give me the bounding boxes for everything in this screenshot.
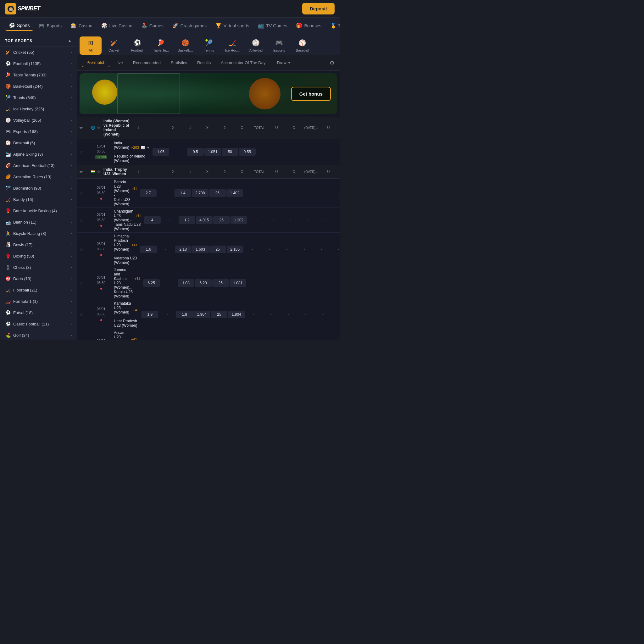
expand-icon[interactable]: ▼ [147,146,150,149]
tab-results[interactable]: Results [193,58,215,67]
sidebar-item-bare-knuckle-boxing--4-[interactable]: 🥊 Bare-knuckle Boxing (4) › [0,205,77,216]
odds-cell[interactable]: 1.4 [175,189,191,197]
sport-icon-all[interactable]: ⊞ All [80,36,102,55]
odds-cell[interactable]: 1.202 [230,216,247,224]
sidebar-item-tennis--349-[interactable]: 🎾 Tennis (349) › [0,92,77,103]
sport-icon-volleyball[interactable]: 🏐 Volleyball [245,36,267,55]
odds-cell[interactable]: 25 [212,279,229,287]
nav-item-tv-games[interactable]: 📺 TV Games [254,21,291,31]
match-more[interactable]: +41 [133,308,139,312]
star-icon[interactable]: ☆ [80,191,91,196]
sidebar-item-darts--19-[interactable]: 🎯 Darts (19) › [0,273,77,284]
sport-icon-esports[interactable]: 🎮 Esports [268,36,290,55]
star-match1-icon[interactable]: ☆ [80,150,91,154]
odds-cell[interactable]: 6.25 [143,279,160,287]
odds-cell[interactable]: 4 [144,216,161,224]
odds-cell[interactable]: 1.081 [230,279,246,287]
nav-item-esports[interactable]: 🎮 Esports [35,21,65,31]
odds-cell[interactable]: 1.804 [228,311,245,318]
odds-cell[interactable]: 1.603 [192,246,209,253]
sidebar-item-basketball--244-[interactable]: 🏀 Basketball (244) › [0,81,77,92]
sidebar-item-cricket--55-[interactable]: 🏏 Cricket (55) › [0,47,77,58]
star2-header-icon[interactable]: ☆ [97,170,103,174]
odds-cell[interactable]: 2.185 [227,246,243,253]
nav-item-sports[interactable]: ⚽ Sports [5,20,33,31]
sidebar-item-baseball--5-[interactable]: ⚾ Baseball (5) › [0,137,77,148]
sidebar-item-bandy--16-[interactable]: 🏒 Bandy (16) › [0,194,77,205]
odds-9-55[interactable]: 9.55 [239,148,256,156]
tab-recommended[interactable]: Recommended [129,58,165,67]
match-more[interactable]: +41 [131,243,137,247]
nav-item-virtual-sports[interactable]: 🏆 Virtual sports [212,21,253,31]
sidebar-item-american-football--13-[interactable]: 🏈 American Football (13) › [0,160,77,171]
nav-item-games[interactable]: 🕹️ Games [137,21,167,31]
sidebar-item-chess--3-[interactable]: ♟️ Chess (3) › [0,262,77,273]
match-more[interactable]: +41 [135,214,141,218]
nav-item-casino[interactable]: 🎰 Casino [67,21,96,31]
odds-9-5[interactable]: 9.5 [187,148,204,156]
nav-item-live-casino[interactable]: 🎲 Live Casino [97,21,136,31]
sport-icon-ice-hockey[interactable]: 🏒 Ice Hoc... [221,36,243,55]
odds-1-051[interactable]: 1.051 [204,148,221,156]
match-more[interactable]: +41 [131,337,137,340]
star-icon[interactable]: ☆ [80,218,91,223]
match-more[interactable]: +41 [134,277,140,280]
nav-item-crash-games[interactable]: 🚀 Crash games [169,21,210,31]
match-more[interactable]: +41 [131,187,137,191]
odds-1-05[interactable]: 1.05 [153,148,169,156]
sidebar-item-badminton--98-[interactable]: 🏸 Badminton (98) › [0,182,77,194]
deposit-button[interactable]: Deposit [302,3,335,14]
sidebar-item-formula-1--1-[interactable]: 🏎️ Formula 1 (1) › [0,296,77,307]
sidebar-item-golf--34-[interactable]: ⛳ Golf (34) › [0,330,77,340]
sidebar-item-bicycle-racing--8-[interactable]: 🚴 Bicycle Racing (8) › [0,228,77,239]
star-header-icon[interactable]: ☆ [97,126,103,130]
odds-cell[interactable]: 25 [209,246,226,253]
tab-accumulator[interactable]: Accumulator Of The Day [216,58,270,67]
sidebar-item-gaelic-football--11-[interactable]: ⚽ Gaelic Football (11) › [0,318,77,330]
sport-icon-basketball[interactable]: 🏀 Basketb... [174,36,197,55]
odds-cell[interactable]: 25 [211,311,227,318]
sidebar-item-ice-hockey--225-[interactable]: 🏒 Ice Hockey (225) › [0,103,77,114]
sidebar-item-table-tennis--703-[interactable]: 🏓 Table Tennis (703) › [0,69,77,81]
sidebar-item-futsal--18-[interactable]: ⚽ Futsal (18) › [0,307,77,318]
odds-cell[interactable]: 2.708 [192,189,208,197]
odds-cell[interactable]: 6.29 [195,279,212,287]
sport-icon-table-tennis[interactable]: 🏓 Table Te... [149,36,173,55]
tab-live[interactable]: Live [111,58,127,67]
nav-item-bonuses[interactable]: 🎁 Bonuses [292,21,325,31]
odds-cell[interactable]: 4.015 [196,216,213,224]
odds-cell[interactable]: 25 [213,216,230,224]
odds-cell[interactable]: 1.9 [142,311,158,318]
sport-icon-cricket[interactable]: 🏏 Cricket [103,36,125,55]
sidebar-item-biathlon--11-[interactable]: 🎿 Biathlon (11) › [0,216,77,228]
match1-more[interactable]: +203 [131,146,139,149]
odds-cell[interactable]: 1.8 [176,311,193,318]
odds-cell[interactable]: 1.904 [193,311,210,318]
sport-icon-baseball[interactable]: ⚾ Baseball [291,36,314,55]
tab-pre-match[interactable]: Pre-match [82,58,110,67]
sidebar-item-football--1135-[interactable]: ⚽ Football (1135) › [0,58,77,69]
sidebar-item-australian-rules--13-[interactable]: 🏉 Australian Rules (13) › [0,171,77,182]
nav-item-tournaments[interactable]: 🏅 Tournaments [326,21,340,31]
odds-cell[interactable]: 1.08 [178,279,194,287]
sidebar-item-esports--168-[interactable]: 🎮 Esports (168) › [0,126,77,137]
odds-cell[interactable]: 1.2 [179,216,195,224]
sidebar-item-bowls--17-[interactable]: 🎳 Bowls (17) › [0,239,77,250]
star-icon[interactable]: ☆ [80,247,91,252]
sidebar-item-floorball--21-[interactable]: 🏒 Floorball (21) › [0,284,77,296]
odds-cell[interactable]: 1.402 [226,189,243,197]
odds-cell[interactable]: 2.7 [140,189,157,197]
odds-cell[interactable]: 25 [209,189,226,197]
sport-icon-tennis[interactable]: 🎾 Tennis [198,36,220,55]
star-icon[interactable]: ☆ [80,281,91,286]
odds-cell[interactable]: 2.18 [175,246,192,253]
odds-50[interactable]: 50 [222,148,238,156]
sidebar-item-alpine-skiing--3-[interactable]: ⛷️ Alpine Skiing (3) › [0,148,77,160]
odds-cell[interactable]: 1.6 [140,246,157,253]
sidebar-collapse-icon[interactable]: ▲ [68,38,72,43]
tab-statistics[interactable]: Statistics [166,58,192,67]
tab-draw[interactable]: Draw ▼ [272,58,295,67]
sport-icon-football[interactable]: ⚽ Football [126,36,148,55]
sidebar-item-boxing--50-[interactable]: 🥊 Boxing (50) › [0,250,77,262]
sidebar-item-volleyball--265-[interactable]: 🏐 Volleyball (265) › [0,114,77,126]
